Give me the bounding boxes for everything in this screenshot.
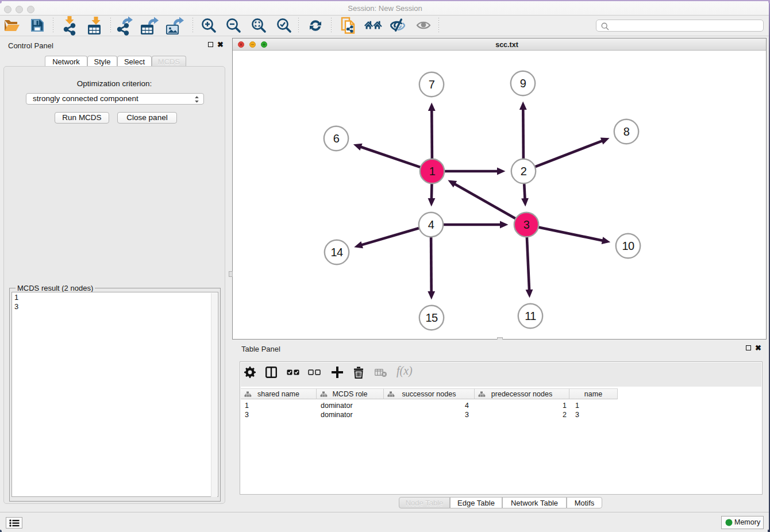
svg-text:10: 10 <box>622 240 634 252</box>
svg-text:8: 8 <box>623 125 630 138</box>
svg-text:15: 15 <box>425 311 438 324</box>
svg-text:f(x): f(x) <box>396 365 413 377</box>
svg-text:1: 1 <box>429 165 436 178</box>
svg-text:2: 2 <box>521 165 527 178</box>
svg-text:14: 14 <box>330 246 343 259</box>
svg-text:6: 6 <box>333 132 340 145</box>
svg-text:3: 3 <box>523 218 530 231</box>
svg-text:11: 11 <box>525 310 536 322</box>
svg-text:7: 7 <box>429 78 435 91</box>
svg-text:9: 9 <box>520 77 526 90</box>
svg-text:4: 4 <box>428 218 434 231</box>
